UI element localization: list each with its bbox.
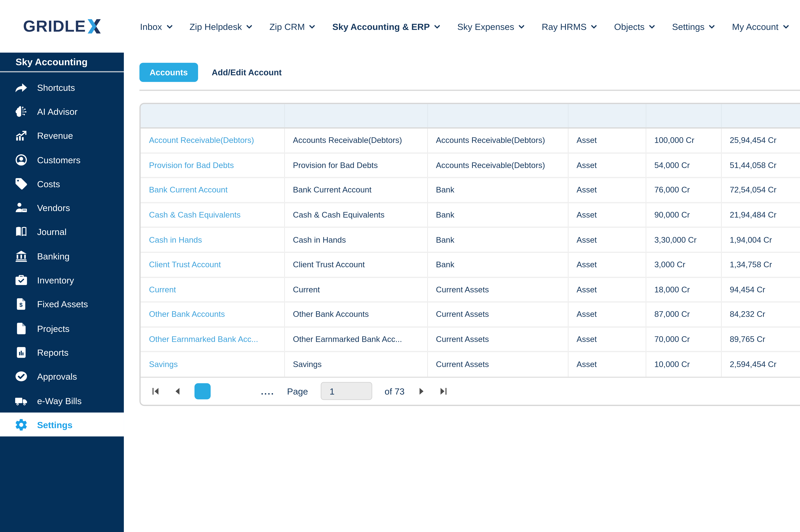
initial-balance-cell: 76,000 Cr bbox=[646, 177, 721, 203]
banking-icon bbox=[14, 249, 28, 263]
sidebar-item[interactable]: Approvals bbox=[0, 364, 124, 388]
table-row: Other Earnmarked Bank Acc... Other Earnm… bbox=[141, 327, 800, 352]
gridlex-x-mark-icon bbox=[87, 19, 101, 34]
customers-icon bbox=[14, 153, 28, 167]
account-type-cell: Other Bank Accounts bbox=[284, 302, 428, 327]
account-balance-cell: 1,34,758 Cr bbox=[721, 252, 800, 277]
sidebar-item[interactable]: Shortcuts bbox=[0, 75, 124, 99]
next-page-icon[interactable] bbox=[417, 387, 426, 396]
sidebar-item[interactable]: AI Advisor bbox=[0, 99, 124, 124]
column-header bbox=[284, 104, 428, 128]
account-name-link[interactable]: Savings bbox=[149, 360, 178, 369]
account-name-link[interactable]: Cash & Cash Equivalents bbox=[149, 211, 241, 220]
account-type-cell: Cash in Hands bbox=[284, 227, 428, 252]
account-balance-cell: 72,54,054 Cr bbox=[721, 177, 800, 203]
table-row: Provision for Bad Debts Provision for Ba… bbox=[141, 153, 800, 178]
sidebar-item[interactable]: Settings bbox=[0, 413, 124, 437]
sidebar-item[interactable]: Revenue bbox=[0, 124, 124, 148]
account-balance-cell: 84,232 Cr bbox=[721, 302, 800, 327]
previous-page-icon[interactable] bbox=[173, 387, 182, 396]
page-ellipsis[interactable]: .... bbox=[261, 386, 275, 396]
gridlex-logo-text: GRIDLE bbox=[23, 17, 86, 36]
inventory-icon bbox=[14, 273, 28, 287]
tab-add-edit-account[interactable]: Add/Edit Account bbox=[212, 68, 281, 77]
tabs-divider bbox=[139, 90, 800, 91]
tab-accounts[interactable]: Accounts bbox=[139, 63, 198, 82]
sidebar-item[interactable]: Journal bbox=[0, 220, 124, 244]
sidebar-item[interactable]: e-Way Bills bbox=[0, 388, 124, 413]
sidebar-item[interactable]: Costs bbox=[0, 172, 124, 196]
main-content: Accounts Add/Edit Account bbox=[124, 53, 800, 532]
nav-item[interactable]: My Account bbox=[732, 21, 788, 32]
reports-icon bbox=[14, 345, 28, 359]
sidebar-item[interactable]: Customers bbox=[0, 148, 124, 172]
nav-item[interactable]: Inbox bbox=[140, 21, 171, 32]
account-name-link[interactable]: Cash in Hands bbox=[149, 235, 202, 244]
first-page-icon[interactable] bbox=[151, 387, 160, 396]
account-name-link[interactable]: Bank Current Account bbox=[149, 186, 228, 194]
projects-icon bbox=[14, 321, 28, 335]
sidebar-item[interactable]: Reports bbox=[0, 340, 124, 364]
account-type-cell: Other Earnmarked Bank Acc... bbox=[284, 327, 428, 352]
settings-icon bbox=[14, 418, 28, 432]
gridlex-logo[interactable]: GRIDLE bbox=[0, 17, 124, 36]
account-type-cell: Provision for Bad Debts bbox=[284, 153, 428, 178]
account-type-cell: Bank Current Account bbox=[284, 177, 428, 203]
account-type-cell: Current bbox=[284, 277, 428, 302]
account-name-link[interactable]: Client Trust Account bbox=[149, 260, 221, 269]
nav-item[interactable]: Settings bbox=[672, 21, 714, 32]
nav-item[interactable]: Sky Expenses bbox=[457, 21, 524, 32]
sidebar-item[interactable]: Inventory bbox=[0, 268, 124, 292]
sidebar-item-label: e-Way Bills bbox=[37, 396, 81, 406]
table-row: Bank Current Account Bank Current Accoun… bbox=[141, 177, 800, 203]
column-header bbox=[568, 104, 646, 128]
account-balance-cell: 89,765 Cr bbox=[721, 327, 800, 352]
account-name-link[interactable]: Other Earnmarked Bank Acc... bbox=[149, 335, 258, 344]
vendors-icon bbox=[14, 201, 28, 215]
last-page-icon[interactable] bbox=[439, 387, 448, 396]
initial-balance-cell: 3,000 Cr bbox=[646, 252, 721, 277]
nav-item[interactable]: Sky Accounting & ERP bbox=[332, 21, 439, 32]
account-head-cell: Asset bbox=[568, 177, 646, 203]
chevron-down-icon bbox=[783, 22, 789, 28]
account-type-cell: Client Trust Account bbox=[284, 252, 428, 277]
sidebar-item[interactable]: Projects bbox=[0, 316, 124, 340]
account-name-link[interactable]: Other Bank Accounts bbox=[149, 310, 225, 319]
nav-item[interactable]: Ray HRMS bbox=[542, 21, 596, 32]
account-balance-cell: 25,94,454 Cr bbox=[721, 128, 800, 153]
chevron-down-icon bbox=[709, 22, 715, 28]
nav-item[interactable]: Objects bbox=[614, 21, 654, 32]
account-category-cell: Current Assets bbox=[427, 327, 568, 352]
approvals-icon bbox=[14, 369, 28, 383]
initial-balance-cell: 100,000 Cr bbox=[646, 128, 721, 153]
page-input[interactable] bbox=[321, 382, 372, 400]
chevron-down-icon bbox=[591, 22, 597, 28]
svg-text:$: $ bbox=[19, 302, 22, 308]
column-header bbox=[141, 104, 284, 128]
account-type-cell: Savings bbox=[284, 352, 428, 377]
sidebar-item[interactable]: $ Fixed Assets bbox=[0, 292, 124, 316]
table-row: Current Current Current Assets Asset 18,… bbox=[141, 277, 800, 302]
account-head-cell: Asset bbox=[568, 203, 646, 227]
nav-item[interactable]: Zip Helpdesk bbox=[189, 21, 251, 32]
page-number[interactable] bbox=[195, 383, 211, 399]
page-count-label: of 73 bbox=[385, 386, 405, 396]
sidebar-item[interactable]: Banking bbox=[0, 244, 124, 268]
table-row: Cash in Hands Cash in Hands Bank Asset 3… bbox=[141, 227, 800, 252]
nav-item[interactable]: Zip CRM bbox=[270, 21, 314, 32]
account-head-cell: Asset bbox=[568, 128, 646, 153]
sidebar-item-label: Settings bbox=[37, 420, 72, 430]
table-row: Cash & Cash Equivalents Cash & Cash Equi… bbox=[141, 203, 800, 227]
sidebar-item-label: Fixed Assets bbox=[37, 299, 88, 309]
account-name-link[interactable]: Provision for Bad Debts bbox=[149, 161, 234, 170]
initial-balance-cell: 10,000 Cr bbox=[646, 352, 721, 377]
sidebar-item[interactable]: Vendors bbox=[0, 196, 124, 220]
account-name-link[interactable]: Current bbox=[149, 285, 176, 294]
chevron-down-icon bbox=[247, 22, 252, 28]
ai-advisor-icon bbox=[14, 104, 28, 118]
accounts-table: Account Receivable(Debtors) Accounts Rec… bbox=[141, 104, 800, 377]
account-name-link[interactable]: Account Receivable(Debtors) bbox=[149, 136, 254, 145]
sidebar-nav: Shortcuts AI Advisor Revenue Customers C… bbox=[0, 72, 124, 437]
account-head-cell: Asset bbox=[568, 327, 646, 352]
account-head-cell: Asset bbox=[568, 227, 646, 252]
